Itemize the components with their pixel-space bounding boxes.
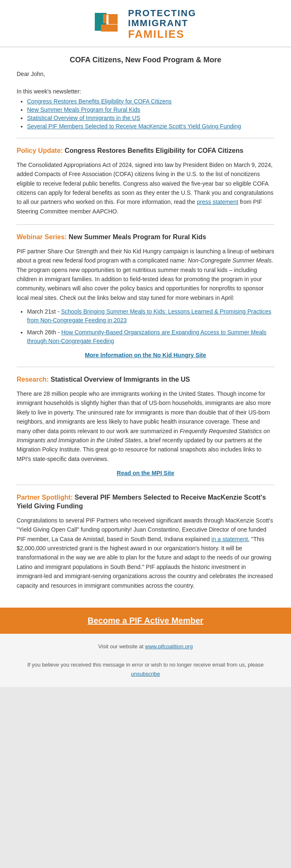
footer-visit: Visit our website at www.pifcoalition.or… <box>17 642 274 651</box>
email-footer: Visit our website at www.pifcoalition.or… <box>0 634 291 687</box>
section-3-heading: Research: Statistical Overview of Immigr… <box>17 375 274 384</box>
section-policy-update: Policy Update: Congress Restores Benefit… <box>17 147 274 216</box>
divider <box>17 224 274 225</box>
logo-line2: IMMIGRANT <box>128 18 196 28</box>
section-1-title: Congress Restores Benefits Eligibility f… <box>65 147 244 154</box>
table-of-contents: Congress Restores Benefits Eligibility f… <box>17 98 274 130</box>
intro-text: In this week's newsletter: <box>17 88 274 95</box>
footer-unsubscribe: If you believe you received this message… <box>17 660 274 679</box>
divider <box>17 485 274 485</box>
no-kid-hungry-link-container: More Information on the No Kid Hungry Si… <box>17 352 274 358</box>
list-item: March 21st - Schools Bringing Summer Mea… <box>27 307 274 325</box>
list-item: Statistical Overview of Immigrants in th… <box>27 115 274 121</box>
logo-line3: FAMILIES <box>128 28 196 40</box>
webinar-link-1[interactable]: Schools Bringing Summer Meals to Kids: L… <box>27 308 271 324</box>
logo-line1: PROTECTING <box>128 8 196 18</box>
logo-text: PROTECTING IMMIGRANT FAMILIES <box>128 8 196 40</box>
webinar-list: March 21st - Schools Bringing Summer Mea… <box>17 307 274 346</box>
section-2-title: New Summer Meals Program for Rural Kids <box>69 233 206 240</box>
list-item: Congress Restores Benefits Eligibility f… <box>27 98 274 105</box>
section-partner-spotlight: Partner Spotlight: Several PIF Members S… <box>17 493 274 590</box>
section-1-body: The Consolidated Appropriations Act of 2… <box>17 160 274 216</box>
toc-link-1[interactable]: Congress Restores Benefits Eligibility f… <box>27 98 172 105</box>
press-statement-link[interactable]: press statement <box>197 199 238 205</box>
logo-icon <box>95 11 124 38</box>
footer-unsubscribe-text: If you believe you received this message… <box>27 662 264 668</box>
section-3-title: Statistical Overview of Immigrants in th… <box>51 376 190 383</box>
webinar-date-1: March 21st <box>27 308 56 315</box>
footer-website-link[interactable]: www.pifcoalition.org <box>145 643 193 650</box>
list-item: Several PIF Members Selected to Receive … <box>27 123 274 130</box>
list-item: New Summer Meals Program for Rural Kids <box>27 106 274 113</box>
section-3-body: There are 28 million people who are immi… <box>17 389 274 463</box>
webinar-link-2[interactable]: How Community-Based Organizations are Ex… <box>27 329 266 344</box>
cta-link[interactable]: Become a PIF Active Member <box>88 616 203 625</box>
divider <box>17 138 274 138</box>
footer-visit-text: Visit our website at <box>98 643 145 650</box>
section-1-heading: Policy Update: Congress Restores Benefit… <box>17 147 274 155</box>
toc-link-2[interactable]: New Summer Meals Program for Rural Kids <box>27 106 140 113</box>
no-kid-hungry-link[interactable]: More Information on the No Kid Hungry Si… <box>85 352 206 358</box>
section-4-label: Partner Spotlight: <box>17 494 73 501</box>
section-4-body: Congratulations to several PIF Partners … <box>17 516 274 590</box>
unsubscribe-link[interactable]: unsubscribe <box>131 671 160 677</box>
greeting: Dear John, <box>17 71 274 77</box>
toc-link-4[interactable]: Several PIF Members Selected to Receive … <box>27 123 241 130</box>
section-webinar-series: Webinar Series: New Summer Meals Program… <box>17 233 274 358</box>
section-research: Research: Statistical Overview of Immigr… <box>17 375 274 476</box>
mpi-link-container: Read on the MPI Site <box>17 470 274 476</box>
section-3-label: Research: <box>17 376 49 383</box>
svg-marker-1 <box>103 14 118 24</box>
webinar-date-2: March 26th <box>27 329 56 336</box>
list-item: March 26th - How Community-Based Organiz… <box>27 328 274 346</box>
newsletter-title: COFA Citizens, New Food Program & More <box>17 56 274 64</box>
email-container: PROTECTING IMMIGRANT FAMILIES COFA Citiz… <box>0 0 291 687</box>
section-2-heading: Webinar Series: New Summer Meals Program… <box>17 233 274 242</box>
section-2-label: Webinar Series: <box>17 233 67 240</box>
toc-link-3[interactable]: Statistical Overview of Immigrants in th… <box>27 115 140 121</box>
svg-marker-3 <box>101 25 118 32</box>
email-header: PROTECTING IMMIGRANT FAMILIES <box>0 0 291 47</box>
logo: PROTECTING IMMIGRANT FAMILIES <box>95 8 196 40</box>
svg-rect-4 <box>106 15 109 24</box>
cta-banner[interactable]: Become a PIF Active Member <box>0 608 291 634</box>
section-2-body: PIF partner Share Our Strength and their… <box>17 247 274 302</box>
divider <box>17 367 274 367</box>
mpi-link[interactable]: Read on the MPI Site <box>117 470 174 476</box>
section-1-label: Policy Update: <box>17 147 63 154</box>
email-content: COFA Citizens, New Food Program & More D… <box>0 47 291 603</box>
statement-link[interactable]: in a statement <box>212 536 248 542</box>
section-4-heading: Partner Spotlight: Several PIF Members S… <box>17 493 274 511</box>
